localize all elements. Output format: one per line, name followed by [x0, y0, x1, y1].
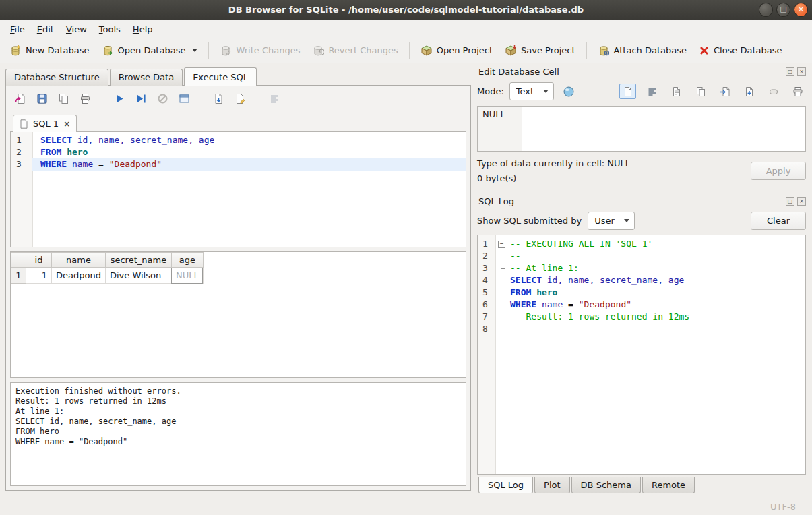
auto-switch-mode-button[interactable]: [559, 83, 577, 100]
code-line: 8: [478, 323, 805, 335]
clear-log-button[interactable]: Clear: [751, 212, 806, 230]
mode-combobox[interactable]: Text: [509, 82, 554, 100]
word-wrap-button[interactable]: [644, 84, 660, 99]
tab-execute-sql[interactable]: Execute SQL: [184, 67, 257, 86]
page-arrow-icon: [213, 93, 224, 104]
corner-header[interactable]: [11, 253, 26, 268]
copy-pages-icon: [58, 93, 69, 104]
code-text: -- Result: 1 rows returned in 12ms: [507, 311, 805, 323]
cell-type-info: Type of data currently in cell: NULL: [477, 158, 751, 169]
open-database-label: Open Database: [118, 45, 186, 55]
export-results-button[interactable]: [210, 90, 228, 107]
code-text: SELECT id, name, secret_name, age: [32, 134, 466, 146]
sql-editor-tab[interactable]: SQL 1 ×: [13, 115, 77, 132]
sql-file-icon: [20, 119, 28, 129]
column-header-secret-name[interactable]: secret_name: [105, 253, 171, 268]
cell-id[interactable]: 1: [26, 268, 52, 284]
menu-view[interactable]: View: [60, 22, 93, 37]
menu-help[interactable]: Help: [127, 22, 159, 37]
attach-database-button[interactable]: Attach Database: [592, 41, 693, 60]
menu-tools[interactable]: Tools: [93, 22, 127, 37]
sql-log-view[interactable]: 1-- EXECUTING ALL IN 'SQL 1'2--3-- At li…: [477, 235, 806, 475]
code-text: WHERE name = "Deadpond": [507, 299, 805, 311]
close-window-button[interactable]: ×: [794, 3, 808, 17]
float-dock-button[interactable]: □: [786, 197, 794, 206]
close-database-label: Close Database: [714, 45, 782, 55]
sphere-icon: [563, 86, 575, 98]
new-tab-button[interactable]: [175, 90, 193, 107]
sql-log-header: SQL Log □ ×: [477, 194, 806, 208]
close-database-button[interactable]: Close Database: [693, 42, 788, 59]
fold-marker-icon[interactable]: [495, 238, 507, 250]
open-project-button[interactable]: Open Project: [414, 41, 499, 60]
sql-editor[interactable]: 1SELECT id, name, secret_name, age2FROM …: [10, 131, 466, 247]
cell-name[interactable]: Deadpond: [52, 268, 106, 284]
import-cell-data-button[interactable]: [716, 84, 733, 99]
code-text: --: [507, 250, 805, 262]
tab-db-schema[interactable]: DB Schema: [571, 477, 641, 493]
file-export-icon: [744, 86, 755, 97]
new-database-button[interactable]: New Database: [3, 41, 96, 60]
write-changes-label: Write Changes: [236, 45, 300, 55]
float-icon: □: [788, 198, 793, 204]
play-to-line-icon: [135, 93, 147, 104]
code-line: 3-- At line 1:: [478, 262, 805, 274]
floppy-icon: [36, 93, 48, 104]
row-header[interactable]: 1: [11, 268, 26, 284]
printer-icon: [80, 93, 91, 104]
column-header-age[interactable]: age: [171, 253, 203, 268]
menu-edit[interactable]: Edit: [31, 22, 60, 37]
results-grid: id name secret_name age 1 1 Deadpond Div…: [10, 251, 466, 378]
close-tab-icon[interactable]: ×: [63, 121, 70, 127]
code-text: -- EXECUTING ALL IN 'SQL 1': [507, 238, 805, 250]
print-sql-button[interactable]: [76, 90, 94, 107]
save-sql-file-button[interactable]: [33, 90, 51, 107]
export-cell-data-button[interactable]: [741, 84, 757, 99]
set-null-button[interactable]: [765, 84, 782, 99]
tab-browse-data[interactable]: Browse Data: [110, 69, 183, 86]
execute-current-line-button[interactable]: [132, 90, 150, 107]
minimize-icon: −: [763, 5, 769, 13]
float-icon: □: [788, 69, 793, 75]
tab-plot[interactable]: Plot: [534, 477, 570, 493]
open-sql-file-button[interactable]: [11, 90, 30, 107]
open-in-editor-button[interactable]: [668, 84, 685, 99]
cell-secret-name[interactable]: Dive Wilson: [105, 268, 171, 284]
print-cell-button[interactable]: [789, 84, 806, 99]
close-dock-button[interactable]: ×: [797, 67, 806, 76]
toolbar-separator: [208, 42, 209, 59]
column-header-id[interactable]: id: [26, 253, 52, 268]
maximize-button[interactable]: □: [776, 3, 790, 17]
window-title: DB Browser for SQLite - /home/user/code/…: [0, 5, 812, 15]
cell-age[interactable]: NULL: [171, 268, 203, 284]
tab-remote[interactable]: Remote: [642, 477, 695, 493]
revert-changes-label: Revert Changes: [328, 45, 398, 55]
submitted-by-combobox[interactable]: User: [588, 212, 635, 230]
column-header-name[interactable]: name: [52, 253, 106, 268]
cell-edit-icons: [619, 84, 806, 99]
open-database-button[interactable]: Open Database: [96, 41, 204, 60]
line-number: 2: [11, 146, 32, 158]
write-changes-button: Write Changes: [214, 41, 306, 60]
tab-database-structure[interactable]: Database Structure: [5, 69, 108, 86]
minimize-button[interactable]: −: [759, 3, 773, 17]
text-mode-button[interactable]: [619, 84, 636, 99]
copy-cell-button[interactable]: [692, 84, 709, 99]
close-dock-button[interactable]: ×: [797, 197, 806, 206]
float-dock-button[interactable]: □: [786, 67, 794, 76]
header-row: id name secret_name age: [11, 253, 204, 268]
format-sql-button[interactable]: [266, 90, 284, 107]
close-icon: ×: [799, 198, 804, 204]
save-sql-as-button[interactable]: [55, 90, 73, 107]
tab-sql-log[interactable]: SQL Log: [478, 477, 533, 493]
save-project-button[interactable]: Save Project: [499, 41, 582, 60]
tab-label: Remote: [652, 480, 685, 490]
menu-file[interactable]: File: [4, 22, 31, 37]
edit-sql-button[interactable]: [231, 90, 249, 107]
file-import-icon: [720, 86, 730, 97]
cell-value-editor[interactable]: NULL: [477, 106, 806, 152]
execute-all-button[interactable]: [111, 90, 129, 107]
encoding-indicator[interactable]: UTF-8: [770, 502, 796, 512]
titlebar[interactable]: DB Browser for SQLite - /home/user/code/…: [0, 0, 812, 20]
open-database-dropdown-arrow-icon[interactable]: [192, 49, 197, 52]
